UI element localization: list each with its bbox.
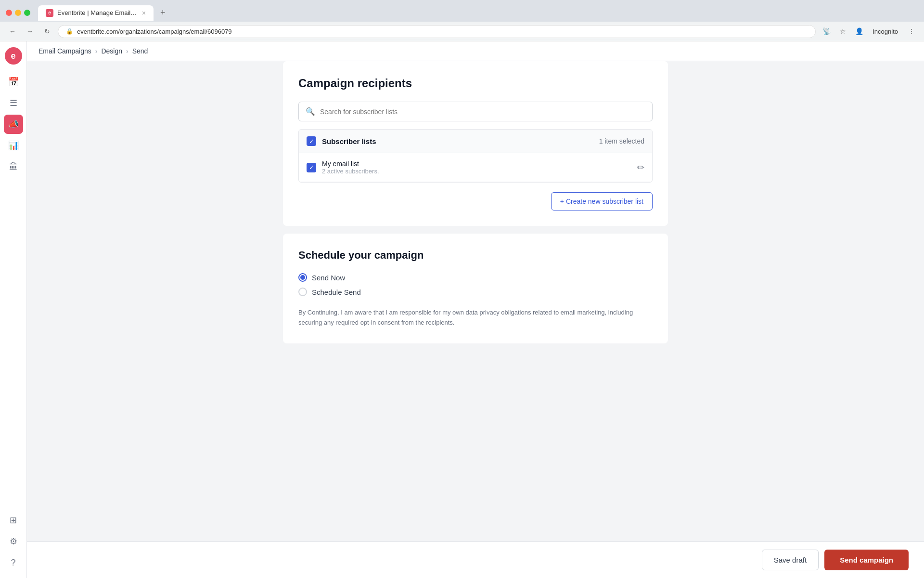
content-wrapper: Campaign recipients 🔍 ✓ Subscriber lists [283,61,668,351]
send-now-radio[interactable] [298,273,307,282]
incognito-label: Incognito [873,28,898,35]
address-bar[interactable]: 🔒 eventbrite.com/organizations/campaigns… [58,25,816,38]
browser-actions: 📡 ☆ 👤 Incognito ⋮ [820,25,918,38]
breadcrumb-email-campaigns[interactable]: Email Campaigns [38,47,91,55]
create-new-container: + Create new subscriber list [298,192,653,210]
tab-favicon: e [46,9,53,17]
subscriber-lists-label: Subscriber lists [322,137,376,145]
email-list-checkbox[interactable]: ✓ [307,163,316,172]
send-now-option[interactable]: Send Now [298,273,653,282]
privacy-text: By Continuing, I am aware that I am resp… [298,308,653,328]
tab-close-button[interactable]: × [142,9,146,17]
sidebar-item-settings[interactable]: ⚙ [4,532,23,551]
profile-icon[interactable]: 👤 [852,25,866,38]
search-icon: 🔍 [306,107,315,116]
active-tab[interactable]: e Eventbrite | Manage Email Cam... × [38,5,154,21]
sidebar: e 📅 ☰ 📣 📊 🏛 ⊞ ⚙ ? [0,41,27,578]
cast-icon[interactable]: 📡 [820,25,833,38]
minimize-dot[interactable] [15,10,21,16]
more-options-icon[interactable]: ⋮ [905,25,918,38]
sidebar-item-apps[interactable]: ⊞ [4,511,23,530]
browser-chrome: e Eventbrite | Manage Email Cam... × + ←… [0,0,924,41]
search-box[interactable]: 🔍 [298,102,653,121]
app-layout: e 📅 ☰ 📣 📊 🏛 ⊞ ⚙ ? Email Campaigns › Desi… [0,41,924,578]
schedule-send-radio[interactable] [298,288,307,296]
items-selected-label: 1 item selected [599,137,644,145]
reload-button[interactable]: ↻ [40,25,54,38]
page-content: Campaign recipients 🔍 ✓ Subscriber lists [27,61,924,541]
subscriber-lists-checkbox[interactable]: ✓ [307,136,316,146]
list-item-left: ✓ My email list 2 active subscribers. [307,160,379,175]
sidebar-item-analytics[interactable]: 📊 [4,136,23,155]
forward-button[interactable]: → [23,25,37,38]
breadcrumb: Email Campaigns › Design › Send [27,41,924,61]
tab-title: Eventbrite | Manage Email Cam... [57,9,138,16]
sidebar-item-calendar[interactable]: 📅 [4,72,23,92]
list-item-info: My email list 2 active subscribers. [322,160,379,175]
email-list-name: My email list [322,160,379,168]
campaign-recipients-card: Campaign recipients 🔍 ✓ Subscriber lists [283,61,668,226]
browser-toolbar: ← → ↻ 🔒 eventbrite.com/organizations/cam… [0,22,924,41]
list-header-left: ✓ Subscriber lists [307,136,376,146]
main-area: Email Campaigns › Design › Send Campaign… [27,41,924,578]
breadcrumb-sep-2: › [126,47,128,55]
search-input[interactable] [320,108,645,116]
back-button[interactable]: ← [6,25,19,38]
window-controls [6,10,30,16]
email-list-subscribers: 2 active subscribers. [322,168,379,175]
url-text: eventbrite.com/organizations/campaigns/e… [77,28,232,35]
sidebar-item-campaigns[interactable]: 📣 [4,115,23,134]
campaign-recipients-title: Campaign recipients [298,77,653,90]
bookmark-icon[interactable]: ☆ [836,25,849,38]
sidebar-logo[interactable]: e [5,47,22,65]
breadcrumb-design[interactable]: Design [101,47,122,55]
lock-icon: 🔒 [66,28,73,35]
maximize-dot[interactable] [24,10,30,16]
send-campaign-button[interactable]: Send campaign [824,550,909,570]
schedule-title: Schedule your campaign [298,249,653,262]
breadcrumb-sep-1: › [95,47,98,55]
sidebar-item-venue[interactable]: 🏛 [4,157,23,176]
schedule-send-label: Schedule Send [312,288,361,296]
schedule-card: Schedule your campaign Send Now Schedule… [283,234,668,343]
schedule-send-option[interactable]: Schedule Send [298,288,653,296]
breadcrumb-send: Send [132,47,148,55]
subscriber-list-container: ✓ Subscriber lists 1 item selected ✓ My … [298,129,653,183]
list-header: ✓ Subscriber lists 1 item selected [299,130,652,153]
create-new-subscriber-list-button[interactable]: + Create new subscriber list [551,192,653,210]
close-dot[interactable] [6,10,12,16]
new-tab-button[interactable]: + [155,4,170,22]
edit-list-icon[interactable]: ✏ [637,162,644,173]
send-now-label: Send Now [312,274,345,282]
email-list-item: ✓ My email list 2 active subscribers. ✏ [299,153,652,182]
tab-bar: e Eventbrite | Manage Email Cam... × + [0,0,924,22]
sidebar-item-list[interactable]: ☰ [4,93,23,113]
send-now-radio-inner [300,275,305,280]
save-draft-button[interactable]: Save draft [762,550,819,570]
sidebar-item-help[interactable]: ? [4,553,23,572]
action-bar: Save draft Send campaign [27,541,924,578]
incognito-indicator: Incognito [869,26,902,37]
